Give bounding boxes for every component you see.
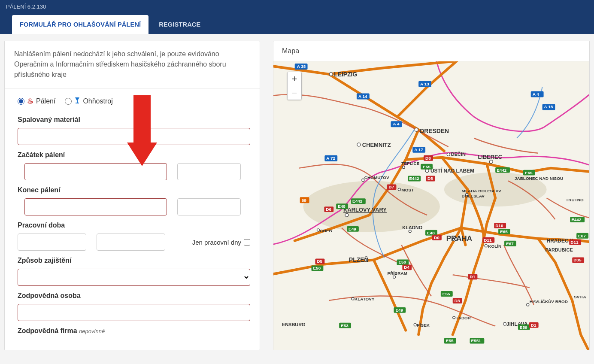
zoom-control: + − <box>287 72 302 100</box>
svg-point-25 <box>345 213 349 217</box>
hours-to-input[interactable] <box>97 234 165 251</box>
svg-text:A 14: A 14 <box>358 94 367 99</box>
svg-text:E67: E67 <box>506 241 514 246</box>
svg-text:SVITA: SVITA <box>574 294 586 299</box>
flame-icon: ♨ <box>27 97 33 106</box>
svg-text:JABLONEC NAD NISOU: JABLONEC NAD NISOU <box>515 176 563 181</box>
tab-register[interactable]: REGISTRACE <box>151 15 208 34</box>
start-label: Začátek pálení <box>18 151 250 159</box>
svg-text:MOST: MOST <box>401 188 414 192</box>
svg-text:D11: D11 <box>570 240 579 245</box>
svg-text:D3: D3 <box>455 298 460 303</box>
zoom-in-button[interactable]: + <box>288 72 301 86</box>
svg-text:MLADÁ BOLESLAV: MLADÁ BOLESLAV <box>462 188 501 193</box>
svg-point-11 <box>489 160 493 164</box>
svg-point-9 <box>447 153 450 156</box>
app-title: PÁLENÍ 6.2.130 <box>0 0 594 13</box>
end-label: Konec pálení <box>18 186 250 194</box>
map-title: Mapa <box>273 41 589 61</box>
svg-text:D35: D35 <box>573 258 582 262</box>
svg-text:E442: E442 <box>409 176 419 181</box>
svg-text:CHOMUTOV: CHOMUTOV <box>364 176 389 180</box>
person-input[interactable] <box>18 304 250 321</box>
radio-fireworks-label: Ohňostroj <box>83 97 112 105</box>
radio-burning-input[interactable] <box>18 98 24 105</box>
start-time-input[interactable] <box>177 163 241 180</box>
svg-text:E50: E50 <box>313 266 321 270</box>
radio-fireworks-input[interactable] <box>65 98 72 105</box>
svg-text:HAVLÍČKŮV BROD: HAVLÍČKŮV BROD <box>530 299 568 304</box>
company-label: Zodpovědná firma nepovinné <box>18 327 250 335</box>
svg-text:PRAHA: PRAHA <box>446 234 472 243</box>
svg-text:DEČIN: DEČIN <box>451 152 466 157</box>
svg-text:PÍSEK: PÍSEK <box>417 323 430 328</box>
tab-form[interactable]: FORMULÁŘ PRO OHLAŠOVÁNÍ PÁLENÍ <box>12 15 148 34</box>
form-panel: Nahlášením pálení nedochází k jeho schvá… <box>4 41 260 350</box>
svg-text:D4: D4 <box>404 265 409 270</box>
end-date-input[interactable] <box>24 198 167 215</box>
svg-text:TRUTNO: TRUTNO <box>566 197 584 202</box>
svg-text:E67: E67 <box>578 234 586 238</box>
svg-text:D1: D1 <box>531 323 536 328</box>
hours-label: Pracovní doba <box>18 221 250 229</box>
glass-icon <box>74 97 80 106</box>
svg-text:A 17: A 17 <box>414 147 423 152</box>
svg-text:A 4: A 4 <box>533 92 539 97</box>
svg-text:E53: E53 <box>341 323 349 328</box>
svg-text:LEIPZIG: LEIPZIG <box>334 71 357 78</box>
company-optional: nepovinné <box>79 328 105 334</box>
svg-point-42 <box>352 297 354 300</box>
svg-text:KLATOVY: KLATOVY <box>355 297 375 301</box>
svg-text:D11: D11 <box>484 238 492 243</box>
svg-point-48 <box>503 322 506 325</box>
svg-text:TEPLICE: TEPLICE <box>401 161 419 166</box>
svg-point-27 <box>317 229 319 231</box>
workdays-checkbox[interactable] <box>244 239 250 246</box>
radio-burning[interactable]: ♨ Pálení <box>18 97 55 106</box>
svg-text:KLADNO: KLADNO <box>402 225 422 230</box>
svg-text:D6: D6 <box>326 207 331 212</box>
svg-point-5 <box>415 128 418 131</box>
svg-text:E55: E55 <box>442 291 450 296</box>
workdays-row: Jen pracovní dny <box>192 239 250 246</box>
svg-text:A 4: A 4 <box>393 121 400 126</box>
svg-text:E65: E65 <box>500 229 508 234</box>
map[interactable]: LEIPZIG DRESDEN CHEMNITZ DEČIN LIBEREC Ú… <box>273 61 589 350</box>
svg-text:KOLÍN: KOLÍN <box>488 244 501 249</box>
svg-text:D8: D8 <box>425 156 431 161</box>
svg-text:KARLOVY VARY: KARLOVY VARY <box>343 206 387 213</box>
svg-point-13 <box>425 169 429 173</box>
svg-text:CHEMNITZ: CHEMNITZ <box>362 142 391 148</box>
svg-point-40 <box>393 276 395 278</box>
hours-from-input[interactable] <box>18 234 86 251</box>
svg-text:D10: D10 <box>495 223 503 228</box>
zoom-out-button[interactable]: − <box>288 86 301 100</box>
svg-text:A 13: A 13 <box>420 82 429 86</box>
svg-text:E48: E48 <box>338 204 345 209</box>
svg-text:E442: E442 <box>352 199 363 203</box>
radio-fireworks[interactable]: Ohňostroj <box>65 97 112 106</box>
svg-point-7 <box>357 143 361 146</box>
person-label: Zodpovědná osoba <box>18 292 250 300</box>
method-select[interactable] <box>18 269 250 286</box>
svg-point-50 <box>527 303 529 306</box>
material-input[interactable] <box>18 128 250 145</box>
start-date-input[interactable] <box>24 163 167 180</box>
svg-text:PLZEŇ: PLZEŇ <box>349 256 369 263</box>
type-radio-group: ♨ Pálení Ohňostroj <box>18 97 250 106</box>
svg-text:CHEB: CHEB <box>320 228 332 233</box>
svg-text:A 72: A 72 <box>326 156 335 161</box>
map-panel: Mapa <box>273 41 590 350</box>
svg-text:D0: D0 <box>434 235 439 240</box>
end-time-input[interactable] <box>177 198 241 215</box>
workdays-label: Jen pracovní dny <box>192 239 241 246</box>
svg-text:BOLESLAV: BOLESLAV <box>462 194 485 198</box>
svg-text:E551: E551 <box>471 338 481 343</box>
svg-text:TÁBOR: TÁBOR <box>456 315 471 320</box>
svg-point-19 <box>398 188 400 191</box>
svg-point-33 <box>485 245 487 247</box>
svg-text:E442: E442 <box>497 168 507 173</box>
svg-text:D1: D1 <box>470 274 476 279</box>
svg-text:D7: D7 <box>389 185 394 189</box>
radio-burning-label: Pálení <box>36 97 55 105</box>
